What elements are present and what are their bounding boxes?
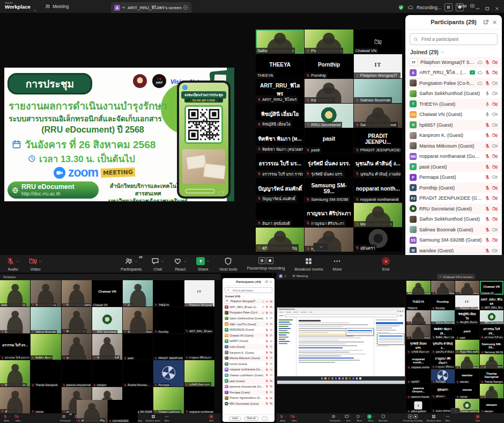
participant-row[interactable]: Pongsaton Palee (Co-host, guest) (405, 78, 502, 89)
taskbar-app-icon[interactable] (324, 377, 327, 380)
participant-row[interactable]: RRU Secretariat (Guest) (223, 401, 275, 407)
participant-row[interactable]: NNnopparat nonthanarat (Guest) (223, 367, 275, 373)
toolbar-more-button[interactable]: More (446, 414, 450, 422)
tab-shared-screen[interactable]: A ARIT_RRU_ฟิไลพร's screen (111, 2, 191, 13)
participant-row[interactable]: Salinee Boonnak (Guest) (405, 224, 502, 235)
video-tile[interactable]: RRU-Secretariat (480, 310, 504, 324)
participant-row[interactable]: PPennapa (Guest) (223, 390, 275, 396)
search-input[interactable] (232, 288, 270, 293)
toolbar-audio-button[interactable]: Audio (279, 414, 286, 422)
toolbar-video-button[interactable]: Video (14, 414, 21, 422)
video-tile[interactable]: pasit (123, 334, 153, 360)
video-tile[interactable]: nopparat nonth...nopparat nonthanarat (354, 178, 402, 202)
participant-row[interactable]: PCpaweena choysamnak (Guest) (223, 384, 275, 390)
video-tile[interactable]: สุมินตราสุมินตรา (431, 384, 455, 398)
joined-section-header[interactable]: Joined (29) (405, 48, 502, 57)
video-tile[interactable]: ITPilaiphon Wongsa(IT ... (354, 54, 402, 78)
participant-row[interactable]: ITPilaiphon Wongsa(IT Su... (Host, me) (405, 57, 502, 68)
video-tile[interactable]: pawena choysamnak (62, 360, 92, 386)
toolbar-breakout-button[interactable]: Breakout rooms (427, 414, 441, 422)
video-tile[interactable]: Chaiwat VNChaiwat VN (480, 281, 504, 295)
toolbar-react-button[interactable]: React (174, 257, 187, 272)
view-button[interactable]: View (457, 3, 475, 9)
participant-row[interactable]: Kanpirom K. (Guest) (223, 349, 275, 355)
participant-row[interactable]: Pranom Ngonbubkhun (Guest) (223, 395, 275, 401)
toolbar-participants-button[interactable]: 44Participants (60, 414, 71, 422)
taskbar-app-icon[interactable] (335, 377, 337, 380)
video-tile[interactable]: Pongsaton Palee (31, 280, 61, 307)
toolbar-participants-button[interactable]: 29Participants (121, 257, 142, 272)
video-tile[interactable]: Salinee Boonnak (31, 307, 61, 333)
participant-row[interactable]: ITPilaiphon Wongsa(IT S... (Host, me) (223, 298, 275, 304)
video-tile[interactable]: พิชญ์สินี เอี่ยมใอ (62, 307, 92, 333)
participant-row[interactable]: Manisa Mitkosum (Guest) (405, 141, 502, 151)
video-tile[interactable]: Kanpirom K. (406, 310, 431, 324)
taskbar-app-icon[interactable] (321, 377, 323, 380)
video-tile[interactable]: Saifon Sekkhunthod (354, 104, 402, 128)
video-tile[interactable]: wandeewandee (455, 369, 479, 383)
video-tile[interactable]: pawena choysa...pawena choysamnak (406, 384, 431, 398)
participant-row[interactable]: CVChaiwat VN (Guest) (405, 110, 502, 120)
video-tile[interactable]: อรวรรณ ใบรี มร...อรวรรณ ใบรี มรภ.ราชน... (480, 325, 504, 339)
toolbar-host-button[interactable]: Host tools (379, 414, 388, 422)
video-tile[interactable]: รุ่งรัศมี มั่นคง มรร. (184, 360, 214, 386)
winsq-icon[interactable] (485, 4, 490, 9)
invite-button[interactable]: Invite (229, 417, 241, 421)
video-tile[interactable]: Orawan Lackmum (153, 387, 183, 413)
video-tile[interactable]: Saifon Sekkhunthod (406, 281, 431, 295)
participant-row[interactable]: TTHEEYA (Guest) (405, 99, 502, 110)
video-tile[interactable]: รุ่งรัศมี มั่นคง มรร.รุ่งรัศมี มั่นคง มร… (305, 154, 353, 178)
taskbar-app-icon[interactable] (352, 377, 354, 380)
toolbar-more-button[interactable]: More (332, 257, 342, 272)
participant-search[interactable] (225, 287, 272, 293)
video-tile[interactable]: ปัญญารัตน์ สมศักดิ์ (92, 334, 122, 360)
participant-row[interactable]: OLOrawan Ludchkaum (Guest) (223, 373, 275, 378)
taskbar-app-icon[interactable] (331, 377, 333, 380)
toolbar-rec-button[interactable]: Pause/stop recording (247, 257, 285, 271)
tab-meeting[interactable]: Meeting (45, 4, 69, 9)
video-tile[interactable]: Manisa Mitkosum (0, 360, 30, 386)
participant-row[interactable]: PPennapa (Guest) (405, 172, 502, 183)
participant-row[interactable]: 66665399106 (Guest) (223, 327, 275, 333)
video-tile[interactable]: Kanpirom K. (305, 79, 353, 103)
participant-row[interactable]: Kanpirom K. (Guest) (405, 130, 502, 141)
video-tile[interactable]: นุชนภิน คำสินธุ์ ง...นุชนภิน คำสินธุ์ งา… (354, 154, 402, 178)
video-tile[interactable]: อรวรรณ ใบรี มร...อรวรรณ ใบรี มรภ.ราชนคริ… (0, 334, 30, 360)
video-tile[interactable]: THEEYATHEEYA (256, 54, 304, 78)
video-tile[interactable]: Thantip Saengmat (31, 360, 61, 386)
toolbar-end-button[interactable]: End (209, 414, 213, 422)
video-tile[interactable]: Saifon Sekkhunthod (123, 307, 153, 333)
video-tile[interactable]: Pranom Ngonbubkhun (455, 281, 479, 295)
gallery-scroll-down-button[interactable] (450, 408, 460, 413)
gallery-scroll-down-button[interactable] (313, 243, 329, 251)
security-shield-icon[interactable] (398, 4, 404, 11)
video-tile[interactable]: RRU-Secretariat (305, 104, 353, 128)
video-tile[interactable]: Samsung SM-S9...Samsung SM-S9288 (480, 340, 504, 354)
video-tile[interactable]: RRU Secretariat (92, 307, 122, 333)
x-icon[interactable] (498, 275, 501, 278)
video-tile[interactable]: U0144063ER (108, 400, 138, 422)
video-tile[interactable]: wanpen (92, 360, 122, 386)
video-tile[interactable]: ศุภิวรรณ เฉลยเจริญ (480, 354, 504, 368)
address-input[interactable] (285, 314, 398, 317)
video-tile[interactable]: intira (123, 280, 153, 307)
toolbar-audio-button[interactable]: Audio (3, 414, 10, 422)
video-tile[interactable]: นุชนภิน คำสินธุ์ (62, 334, 92, 360)
participant-row[interactable]: ชชนิดา รุจนวิไล (Guest) (223, 321, 275, 327)
participant-row[interactable]: Ppasit (Guest) (223, 378, 275, 384)
popout-icon[interactable] (483, 19, 489, 25)
video-tile[interactable]: Pennapa (431, 369, 455, 383)
participant-row[interactable]: Pongsaton Palee (Co-host, guest) (223, 310, 275, 316)
video-tile[interactable]: Pennapa (153, 360, 183, 386)
dash-icon[interactable] (475, 4, 480, 9)
video-tile[interactable]: PornthipPornthip (431, 295, 455, 309)
x-icon[interactable] (494, 4, 500, 9)
toolbar-participants-button[interactable]: Participants (330, 414, 340, 422)
video-tile[interactable]: Pornthip (153, 307, 183, 333)
toolbar-video-button[interactable]: Video (29, 257, 42, 272)
video-tile[interactable]: Saifon Sekkhunthod (406, 325, 431, 339)
video-tile[interactable]: Pranom Ngonbubkhun (62, 280, 92, 307)
participant-row[interactable]: Mminnie (Guest) (223, 361, 275, 367)
video-tile[interactable]: ทิตพิชา พิมภา (31, 334, 61, 360)
video-tile[interactable]: Manisa Mitkosum (455, 354, 479, 368)
